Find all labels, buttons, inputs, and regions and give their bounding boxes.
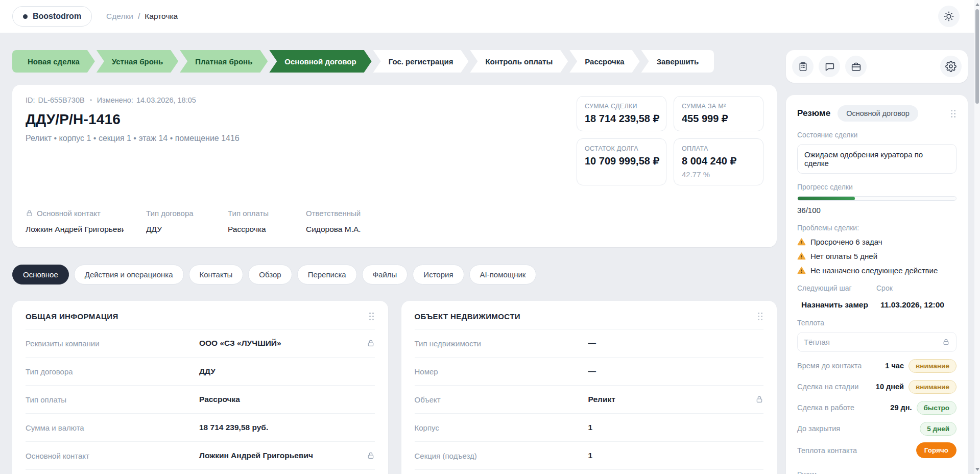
- field-main-contact-value: Ложкин Андрей Григорьевич: [26, 225, 124, 234]
- status-badge: быстро: [917, 401, 957, 415]
- field-main-contact-label: Основной контакт: [26, 209, 146, 218]
- tab-files[interactable]: Файлы: [362, 265, 408, 285]
- deal-header-card: ID: DL-655B730B Изменено: 14.03.2026, 18…: [12, 85, 777, 247]
- tab-correspondence[interactable]: Переписка: [297, 265, 357, 285]
- summary-card: Резюме Основной договор Состояние сделки…: [786, 95, 968, 474]
- theme-toggle-button[interactable]: [938, 6, 960, 27]
- stage-verbal-booking[interactable]: Устная бронь: [97, 50, 178, 73]
- settings-button[interactable]: [940, 56, 962, 77]
- breadcrumb-current: Карточка: [145, 12, 178, 21]
- deal-tabs: Основное Действия и операционка Контакты…: [12, 265, 777, 285]
- deal-progress-bar: [797, 196, 957, 201]
- chat-button[interactable]: [819, 56, 840, 77]
- tab-history[interactable]: История: [413, 265, 464, 285]
- lock-icon: [367, 452, 375, 460]
- lock-icon: [26, 209, 33, 217]
- stat-debt-remaining: ОСТАТОК ДОЛГА 10 709 999,58 ₽: [577, 138, 666, 185]
- summary-stage-badge: Основной договор: [838, 105, 918, 122]
- next-step-block: Следующий шаг Срок Назначить замер 11.03…: [797, 284, 957, 310]
- logo[interactable]: Boostodrom: [12, 6, 92, 27]
- clipboard-icon: [798, 61, 808, 72]
- property-title: ОБЪЕКТ НЕДВИЖИМОСТИ: [415, 312, 520, 321]
- stat-price-per-m2: СУММА ЗА М² 455 999 ₽: [674, 96, 763, 131]
- deal-state-label: Состояние сделки: [797, 131, 957, 139]
- stat-deal-amount: СУММА СДЕЛКИ 18 714 239,58 ₽: [577, 96, 666, 131]
- warmth-field: Тёплая: [797, 332, 957, 352]
- breadcrumb-section[interactable]: Сделки: [106, 12, 133, 21]
- deal-title: ДДУ/Р/Н-1416: [26, 111, 240, 128]
- status-badge: 5 дней: [920, 422, 957, 436]
- status-badge: внимание: [909, 380, 957, 394]
- row-main-contact: Основной контакт Ложкин Андрей Григорьев…: [26, 442, 375, 470]
- breadcrumb: Сделки / Карточка: [106, 12, 178, 21]
- next-step-label: Следующий шаг: [797, 284, 876, 292]
- deal-modified: 14.03.2026, 18:05: [136, 96, 196, 104]
- warmth-label: Теплота: [797, 319, 957, 327]
- row-contract-type: Тип договора ДДУ: [26, 358, 375, 386]
- progress-text: 36/100: [797, 206, 957, 215]
- metric-contact-warmth: Теплота контакта Горячо: [797, 442, 957, 458]
- deal-progress-fill: [798, 197, 855, 200]
- stage-new-deal[interactable]: Новая сделка: [12, 50, 95, 73]
- breadcrumb-separator: /: [138, 12, 140, 21]
- topbar: Boostodrom Сделки / Карточка: [0, 0, 980, 33]
- risks-label: Риски: [797, 470, 957, 474]
- tasks-button[interactable]: [792, 56, 814, 77]
- deal-meta: ID: DL-655B730B Изменено: 14.03.2026, 18…: [26, 96, 240, 104]
- deal-stats: СУММА СДЕЛКИ 18 714 239,58 ₽ СУММА ЗА М²…: [577, 96, 763, 185]
- problems-label: Проблемы сделки:: [797, 224, 957, 232]
- stage-payment-control[interactable]: Контроль оплаты: [470, 50, 568, 73]
- status-badge: Горячо: [916, 442, 957, 458]
- progress-label: Прогресс сделки: [797, 183, 957, 191]
- chat-icon: [824, 61, 835, 72]
- drag-handle-icon[interactable]: [950, 109, 957, 118]
- next-step-value: Назначить замер: [797, 300, 876, 310]
- scrollbar-thumb[interactable]: [975, 9, 979, 104]
- field-payment-type-value: Рассрочка: [228, 225, 306, 234]
- stage-main-contract[interactable]: Основной договор: [269, 50, 371, 73]
- warning-triangle-icon: [797, 252, 806, 260]
- stage-finish[interactable]: Завершить: [641, 50, 714, 73]
- row-payment-type: Тип оплаты Рассрочка: [26, 386, 375, 414]
- logo-text: Boostodrom: [33, 12, 81, 21]
- briefcase-icon: [851, 61, 862, 72]
- page-scrollbar: [974, 0, 980, 474]
- lock-icon: [942, 338, 950, 346]
- metric-deal-on-stage: Сделка на стадии 10 дней внимание: [797, 380, 957, 394]
- row-property-type: Тип недвижимости —: [415, 329, 764, 358]
- field-contract-type-label: Тип договора: [146, 209, 228, 218]
- stage-installment[interactable]: Рассрочка: [569, 50, 639, 73]
- stat-paid-percent: 42.77 %: [682, 170, 755, 179]
- field-payment-type-label: Тип оплаты: [228, 209, 306, 218]
- portfolio-button[interactable]: [845, 56, 867, 77]
- deal-modified-label: Изменено:: [97, 96, 133, 104]
- deal-state-value: Ожидаем одобрения куратора по сделке: [797, 144, 957, 174]
- row-amount-currency: Сумма и валюта 18 714 239,58 руб.: [26, 414, 375, 442]
- meta-dot: [90, 99, 92, 101]
- warning-triangle-icon: [797, 266, 806, 275]
- tab-overview[interactable]: Обзор: [248, 265, 292, 285]
- scroll-down-arrow-icon[interactable]: [975, 468, 979, 471]
- row-number: Номер —: [415, 358, 764, 386]
- problem-item: Нет оплаты 5 дней: [797, 252, 957, 260]
- status-badge: внимание: [909, 359, 957, 373]
- tab-actions[interactable]: Действия и операционка: [74, 265, 184, 285]
- stage-state-registration[interactable]: Гос. регистрация: [373, 50, 469, 73]
- row-company-details: Реквизиты компании ООО «СЗ «ЛУЧШИЙ»: [26, 329, 375, 358]
- stat-paid: ОПЛАТА 8 004 240 ₽ 42.77 %: [674, 138, 763, 185]
- drag-handle-icon[interactable]: [368, 312, 375, 321]
- metric-deal-in-progress: Сделка в работе 29 дн. быстро: [797, 400, 957, 415]
- deal-stage-pipeline: Новая сделка Устная бронь Платная бронь …: [12, 50, 777, 73]
- field-responsible-label: Ответственный: [306, 209, 763, 218]
- due-label: Срок: [876, 284, 957, 292]
- deal-id-label: ID:: [26, 96, 35, 104]
- scroll-up-arrow-icon[interactable]: [975, 3, 979, 6]
- tab-main[interactable]: Основное: [12, 265, 69, 285]
- general-info-panel: ОБЩАЯ ИНФОРМАЦИЯ Реквизиты компании ООО …: [12, 301, 388, 474]
- row-floor: Этаж 14: [415, 470, 764, 474]
- drag-handle-icon[interactable]: [757, 312, 763, 321]
- tab-ai-assistant[interactable]: AI-помощник: [469, 265, 537, 285]
- tab-contacts[interactable]: Контакты: [189, 265, 244, 285]
- stage-paid-booking[interactable]: Платная бронь: [180, 50, 268, 73]
- field-contract-type-value: ДДУ: [146, 225, 228, 234]
